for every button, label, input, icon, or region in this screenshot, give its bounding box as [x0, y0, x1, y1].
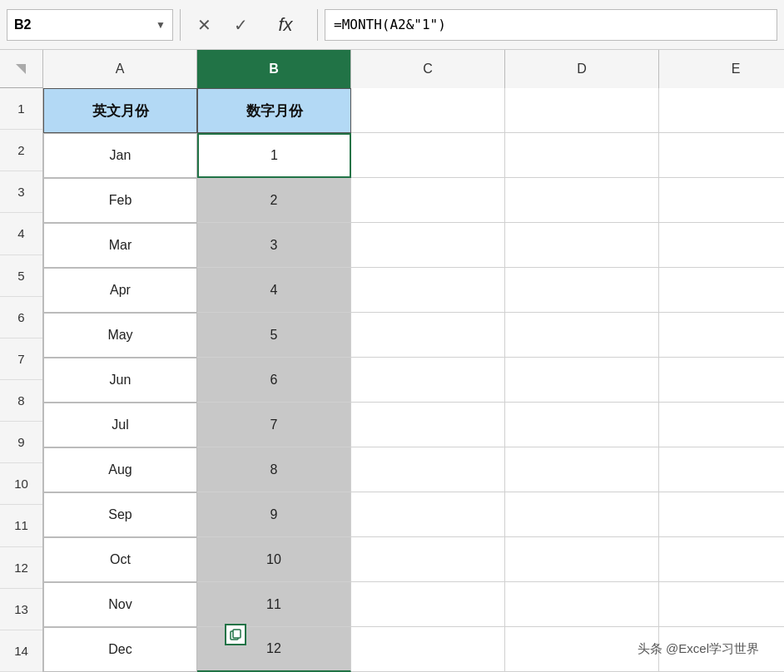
cell-c7[interactable]	[351, 358, 505, 403]
confirm-formula-button[interactable]: ✓	[224, 9, 257, 41]
cell-d10[interactable]	[505, 492, 659, 537]
cell-d7[interactable]	[505, 358, 659, 403]
cell-b2[interactable]: 1	[197, 133, 351, 178]
cell-c6[interactable]	[351, 313, 505, 358]
copy-handle-icon[interactable]	[225, 624, 246, 645]
formula-bar: B2 ▼ ✕ ✓ fx	[0, 0, 784, 50]
cell-e8[interactable]	[659, 403, 784, 447]
row-num-9[interactable]: 9	[0, 422, 42, 463]
spreadsheet: A B C D E 1 2 3 4 5 6 7 8 9 10 11 12 13 …	[0, 50, 784, 672]
cell-b5[interactable]: 4	[197, 268, 351, 313]
cell-d5[interactable]	[505, 268, 659, 313]
row-num-5[interactable]: 5	[0, 255, 42, 297]
column-headers: A B C D E	[0, 50, 784, 88]
cancel-formula-button[interactable]: ✕	[187, 9, 221, 41]
cell-b11[interactable]: 10	[197, 537, 351, 582]
cell-b10[interactable]: 9	[197, 492, 351, 537]
cell-c4[interactable]	[351, 223, 505, 268]
cell-a8-value: Jul	[112, 418, 128, 432]
cell-d9[interactable]	[505, 447, 659, 492]
cell-c3[interactable]	[351, 178, 505, 223]
cell-a4[interactable]: Mar	[43, 223, 197, 268]
cell-c13[interactable]	[351, 627, 505, 672]
col-header-e[interactable]: E	[659, 50, 784, 88]
cell-a6[interactable]: May	[43, 313, 197, 358]
cell-c1[interactable]	[351, 88, 505, 133]
col-header-b[interactable]: B	[197, 50, 351, 88]
cell-e4[interactable]	[659, 223, 784, 268]
row-num-14[interactable]: 14	[0, 630, 42, 672]
cell-c10[interactable]	[351, 492, 505, 537]
col-header-d[interactable]: D	[505, 50, 659, 88]
cell-b12[interactable]: 11	[197, 582, 351, 627]
cell-d1[interactable]	[505, 88, 659, 133]
cell-e11[interactable]	[659, 537, 784, 582]
row-num-6[interactable]: 6	[0, 297, 42, 338]
cell-c8[interactable]	[351, 403, 505, 447]
cell-b9[interactable]: 8	[197, 447, 351, 492]
row-num-10[interactable]: 10	[0, 463, 42, 505]
cell-b13[interactable]: 12	[197, 627, 351, 672]
cell-e2[interactable]	[659, 133, 784, 178]
name-box[interactable]: B2 ▼	[7, 9, 173, 41]
cell-d12[interactable]	[505, 582, 659, 627]
row-num-8[interactable]: 8	[0, 380, 42, 422]
cell-e12[interactable]	[659, 582, 784, 627]
cell-a7[interactable]: Jun	[43, 358, 197, 403]
cell-a5[interactable]: Apr	[43, 268, 197, 313]
row-num-7[interactable]: 7	[0, 338, 42, 380]
name-box-dropdown-icon[interactable]: ▼	[156, 19, 166, 31]
cell-a3[interactable]: Feb	[43, 178, 197, 223]
formula-input[interactable]	[325, 9, 777, 41]
cell-b6[interactable]: 5	[197, 313, 351, 358]
cell-e5[interactable]	[659, 268, 784, 313]
cell-a11[interactable]: Oct	[43, 537, 197, 582]
col-header-a[interactable]: A	[43, 50, 197, 88]
cell-a1[interactable]: 英文月份	[43, 88, 197, 133]
cell-a9[interactable]: Aug	[43, 447, 197, 492]
cell-a10[interactable]: Sep	[43, 492, 197, 537]
cell-b1-value: 数字月份	[246, 101, 303, 121]
cell-e10[interactable]	[659, 492, 784, 537]
cell-e1[interactable]	[659, 88, 784, 133]
row-num-11[interactable]: 11	[0, 505, 42, 546]
cell-b8[interactable]: 7	[197, 403, 351, 447]
row-num-12[interactable]: 12	[0, 547, 42, 589]
row-num-1[interactable]: 1	[0, 88, 42, 130]
row-num-3[interactable]: 3	[0, 171, 42, 213]
cell-b4[interactable]: 3	[197, 223, 351, 268]
cell-a11-value: Oct	[110, 552, 131, 567]
cell-a2[interactable]: Jan	[43, 133, 197, 178]
cell-b1[interactable]: 数字月份	[197, 88, 351, 133]
cell-d11[interactable]	[505, 537, 659, 582]
cell-c12[interactable]	[351, 582, 505, 627]
cell-c2[interactable]	[351, 133, 505, 178]
cell-d2[interactable]	[505, 133, 659, 178]
row-num-13[interactable]: 13	[0, 589, 42, 630]
fx-button[interactable]: fx	[261, 9, 310, 41]
row-num-4[interactable]: 4	[0, 213, 42, 254]
cell-d4[interactable]	[505, 223, 659, 268]
cell-d3[interactable]	[505, 178, 659, 223]
cell-d13[interactable]	[505, 627, 659, 672]
select-all-icon	[16, 64, 26, 74]
cell-b3[interactable]: 2	[197, 178, 351, 223]
cell-e3[interactable]	[659, 178, 784, 223]
corner-cell[interactable]	[0, 50, 43, 88]
cell-b7[interactable]: 6	[197, 358, 351, 403]
cell-e13[interactable]	[659, 627, 784, 672]
cell-b13-value: 12	[266, 641, 281, 656]
cell-c5[interactable]	[351, 268, 505, 313]
cell-c11[interactable]	[351, 537, 505, 582]
cell-d8[interactable]	[505, 403, 659, 447]
cell-e9[interactable]	[659, 447, 784, 492]
cell-a12[interactable]: Nov	[43, 582, 197, 627]
cell-e7[interactable]	[659, 358, 784, 403]
cell-d6[interactable]	[505, 313, 659, 358]
cell-a8[interactable]: Jul	[43, 403, 197, 447]
cell-a13[interactable]: Dec	[43, 627, 197, 672]
row-num-2[interactable]: 2	[0, 130, 42, 171]
cell-c9[interactable]	[351, 447, 505, 492]
col-header-c[interactable]: C	[351, 50, 505, 88]
cell-e6[interactable]	[659, 313, 784, 358]
